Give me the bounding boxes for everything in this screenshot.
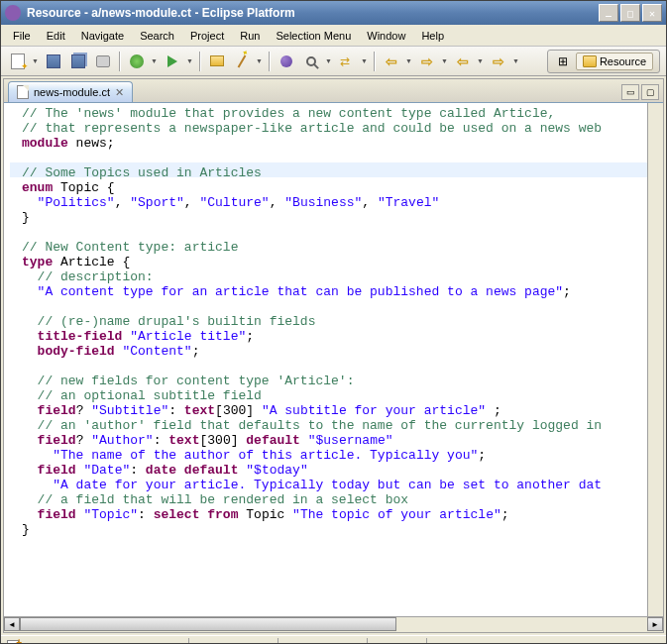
code-line[interactable] <box>22 225 657 240</box>
code-line[interactable]: "A date for your article. Typically toda… <box>22 478 657 492</box>
print-button[interactable] <box>92 51 114 72</box>
search-button[interactable] <box>300 51 322 72</box>
code-line[interactable]: enum Topic { <box>22 180 657 195</box>
search-dropdown[interactable]: ▼ <box>325 57 333 64</box>
save-button[interactable] <box>43 51 64 72</box>
code-line[interactable]: module news; <box>22 136 657 151</box>
tab-close-button[interactable]: ✕ <box>115 86 124 99</box>
nav-fwd-button[interactable]: ⇨ <box>416 51 438 72</box>
code-line[interactable]: title-field "Article title"; <box>22 329 657 344</box>
code-line[interactable]: field "Topic": select from Topic "The to… <box>22 507 657 522</box>
editor-tab[interactable]: news-module.ct ✕ <box>8 81 133 102</box>
code-line[interactable]: // an 'author' field that defaults to th… <box>22 418 657 433</box>
menu-selection[interactable]: Selection Menu <box>268 27 359 45</box>
run-button[interactable] <box>162 51 183 72</box>
run-dropdown[interactable]: ▼ <box>186 57 194 64</box>
editor-maximize-button[interactable]: ▢ <box>641 84 659 100</box>
code-line[interactable] <box>22 299 657 314</box>
nav-fwd2-dropdown[interactable]: ▼ <box>512 57 520 64</box>
code-line[interactable]: // an optional subtitle field <box>22 388 657 403</box>
code-line[interactable]: // (re-)name drupal's builtin fields <box>22 314 657 329</box>
code-line[interactable]: // new fields for content type 'Article'… <box>22 374 657 388</box>
menubar: File Edit Navigate Search Project Run Se… <box>1 25 666 47</box>
code-line[interactable]: field "Date": date default "$today" <box>22 463 657 478</box>
code-editor[interactable]: // The 'news' module that provides a new… <box>4 103 663 632</box>
open-perspective-button[interactable]: ⊞ <box>554 53 572 70</box>
minimize-button[interactable] <box>599 4 618 22</box>
close-icon <box>649 8 655 19</box>
nav-fwd2-button[interactable]: ⇨ <box>488 51 509 72</box>
debug-button[interactable] <box>126 51 148 72</box>
code-line[interactable]: } <box>22 210 657 225</box>
menu-navigate[interactable]: Navigate <box>73 27 132 45</box>
arrow-left-icon: ⇦ <box>386 54 397 69</box>
menu-edit[interactable]: Edit <box>39 27 73 45</box>
code-line[interactable] <box>22 359 657 374</box>
minimize-icon <box>606 8 611 19</box>
save-all-button[interactable] <box>67 51 89 72</box>
code-line[interactable]: } <box>22 522 657 537</box>
menu-run[interactable]: Run <box>232 27 268 45</box>
scroll-right-button[interactable]: ► <box>647 617 663 631</box>
search-icon <box>306 56 316 66</box>
arrow-left-icon: ⇦ <box>457 54 469 69</box>
code-body[interactable]: // The 'news' module that provides a new… <box>4 103 663 616</box>
sync-dropdown[interactable]: ▼ <box>361 57 369 64</box>
code-line[interactable]: // description: <box>22 269 657 284</box>
print-icon <box>96 55 110 67</box>
debug-icon <box>130 54 144 68</box>
ext-tool-button[interactable] <box>276 51 297 72</box>
nav-fwd-dropdown[interactable]: ▼ <box>441 57 449 64</box>
code-line[interactable]: "A content type for an article that can … <box>22 284 657 299</box>
editor-minimize-button[interactable]: ▭ <box>621 84 639 100</box>
wand-icon <box>238 54 247 67</box>
code-line[interactable]: // The 'news' module that provides a new… <box>22 106 657 121</box>
nav-back2-button[interactable]: ⇦ <box>452 51 474 72</box>
close-button[interactable] <box>642 4 662 22</box>
scroll-track[interactable] <box>20 617 647 632</box>
new-dropdown[interactable]: ▼ <box>32 57 40 64</box>
menu-project[interactable]: Project <box>182 27 232 45</box>
editor-tab-label: news-module.ct <box>34 86 110 98</box>
code-line[interactable]: // that represents a newspaper-like arti… <box>22 121 657 136</box>
code-line[interactable]: type Article { <box>22 255 657 269</box>
nav-back-button[interactable]: ⇦ <box>381 51 402 72</box>
horizontal-scrollbar[interactable]: ◄ ► <box>4 616 663 632</box>
nav-back-dropdown[interactable]: ▼ <box>405 57 413 64</box>
window-title: Resource - a/news-module.ct - Eclipse Pl… <box>27 6 599 20</box>
code-line[interactable]: // a field that will be rendered in a se… <box>22 492 657 507</box>
scroll-thumb[interactable] <box>20 617 396 631</box>
menu-window[interactable]: Window <box>359 27 413 45</box>
code-line[interactable]: field? "Subtitle": text[300] "A subtitle… <box>22 403 657 418</box>
resource-perspective-icon <box>583 55 597 67</box>
code-line[interactable] <box>22 151 657 165</box>
arrow-right-icon: ⇨ <box>493 54 504 69</box>
wand-button[interactable] <box>231 51 253 72</box>
code-line[interactable]: body-field "Content"; <box>22 344 657 359</box>
perspective-open-icon: ⊞ <box>558 54 568 68</box>
editor-tab-row: news-module.ct ✕ ▭ ▢ <box>4 79 663 103</box>
nav-back2-dropdown[interactable]: ▼ <box>477 57 485 64</box>
menu-file[interactable]: File <box>5 27 39 45</box>
perspective-switcher: ⊞ Resource <box>547 50 660 73</box>
eclipse-icon <box>5 5 21 21</box>
open-folder-button[interactable] <box>206 51 228 72</box>
code-line[interactable]: field? "Author": text[300] default "$use… <box>22 433 657 448</box>
perspective-resource-button[interactable]: Resource <box>576 53 653 70</box>
code-line[interactable]: "Politics", "Sport", "Culture", "Busines… <box>22 195 657 210</box>
debug-dropdown[interactable]: ▼ <box>151 57 159 64</box>
sync-button[interactable] <box>336 51 358 72</box>
code-line[interactable]: "The name of the author of this article.… <box>22 448 657 463</box>
maximize-button[interactable] <box>620 4 640 22</box>
code-line[interactable]: // New Content type: article <box>22 240 657 255</box>
scroll-left-button[interactable]: ◄ <box>4 617 20 631</box>
save-icon <box>47 54 60 68</box>
code-line[interactable]: // Some Topics used in Articles <box>22 165 657 180</box>
menu-search[interactable]: Search <box>132 27 182 45</box>
wand-dropdown[interactable]: ▼ <box>256 57 264 64</box>
menu-help[interactable]: Help <box>413 27 452 45</box>
sync-icon <box>340 54 354 68</box>
save-all-icon <box>71 54 85 68</box>
maximize-icon <box>627 8 633 19</box>
new-button[interactable] <box>7 51 29 72</box>
